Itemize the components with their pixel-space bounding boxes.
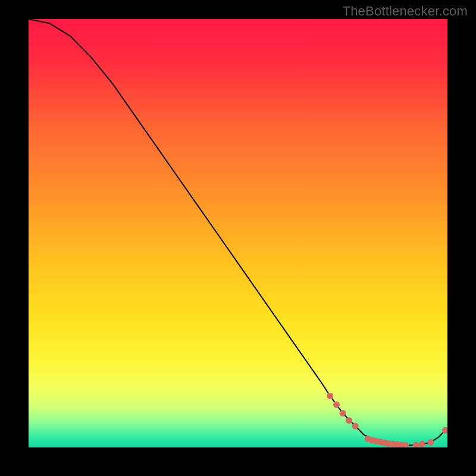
curve-marker: [427, 439, 434, 446]
curve-marker: [333, 402, 340, 408]
curve-marker: [419, 441, 425, 447]
plot-svg: [29, 19, 447, 447]
gradient-background: [29, 19, 447, 447]
chart-container: TheBottlenecker.com: [0, 0, 476, 476]
curve-marker: [352, 423, 359, 430]
curve-marker: [327, 393, 333, 399]
curve-marker: [346, 417, 352, 424]
curve-marker: [340, 410, 346, 416]
plot-area: [29, 19, 447, 447]
watermark-text: TheBottlenecker.com: [343, 4, 468, 19]
